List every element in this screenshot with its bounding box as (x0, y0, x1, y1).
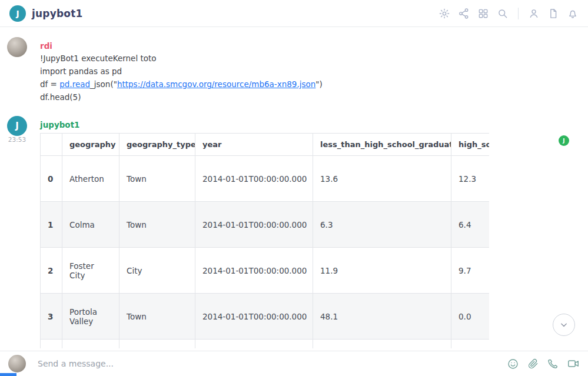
code-text: ") (315, 79, 322, 89)
table-header-cell: less_than_high_school_graduate (313, 134, 451, 156)
message-line: df.head(5) (40, 91, 323, 104)
table-cell: 0.0 (451, 294, 490, 340)
apps-grid-icon[interactable] (477, 8, 489, 19)
user-avatar[interactable] (7, 37, 27, 57)
table-cell: 2014-01-01T00:00:00.000 (195, 202, 313, 248)
table-header-cell (41, 134, 62, 156)
table-cell: 2014-01-01T00:00:00.000 (195, 156, 313, 202)
table-cell: 2014-01-01T00:00:00.000 (195, 294, 313, 340)
scroll-to-bottom-button[interactable] (553, 314, 575, 336)
message-username[interactable]: jupybot1 (40, 119, 80, 131)
table-cell: Atherton (62, 156, 119, 202)
composer-actions (507, 357, 580, 370)
bottom-left-blue-strip (0, 373, 16, 376)
table-cell: 13.6 (313, 156, 451, 202)
channel-title: jupybot1 (32, 8, 83, 19)
dataframe-table: geography geography_type year less_than_… (40, 133, 489, 348)
table-row: 3 Portola Valley Town 2014-01-01T00:00:0… (41, 294, 490, 340)
message-timestamp: 23:53 (5, 136, 29, 143)
table-cell: Town (119, 294, 195, 340)
document-icon[interactable] (547, 8, 559, 19)
settings-icon[interactable] (438, 8, 450, 19)
table-cell: 12.3 (451, 156, 490, 202)
message-line: import pandas as pd (40, 65, 323, 78)
table-cell (195, 340, 313, 349)
table-index-cell: 2 (41, 248, 62, 294)
table-header-cell: high_sc (451, 134, 490, 156)
share-icon[interactable] (458, 8, 470, 19)
message-line: !JupyBot1 executeKernel toto (40, 52, 323, 65)
table-header-row: geography geography_type year less_than_… (41, 134, 490, 156)
search-icon[interactable] (497, 8, 509, 19)
table-cell: 6.3 (313, 202, 451, 248)
table-index-cell (41, 340, 62, 349)
code-text: df = (40, 79, 59, 89)
table-cell (313, 340, 451, 349)
table-cell: 6.4 (451, 202, 490, 248)
message-line: df = pd.read_json("https://data.smcgov.o… (40, 78, 323, 91)
account-icon[interactable] (528, 8, 540, 19)
table-index-cell: 3 (41, 294, 62, 340)
bot-avatar-letter: J (15, 121, 19, 131)
table-row: 2 Foster City City 2014-01-01T00:00:00.0… (41, 248, 490, 294)
table-index-cell: 0 (41, 156, 62, 202)
table-index-cell: 1 (41, 202, 62, 248)
channel-avatar-letter: J (16, 9, 19, 18)
notifications-icon[interactable] (567, 8, 579, 19)
table-cell: Portola Valley (62, 294, 119, 340)
table-cell (451, 340, 490, 349)
table-row: 1 Colma Town 2014-01-01T00:00:00.000 6.3… (41, 202, 490, 248)
header: J jupybot1 (0, 0, 588, 27)
video-icon[interactable] (567, 357, 580, 370)
message-input[interactable] (36, 358, 507, 369)
table-header-cell: year (195, 134, 313, 156)
table-cell: City (119, 248, 195, 294)
chat-app-window: J jupybot1 (0, 0, 588, 376)
current-user-avatar[interactable] (8, 355, 26, 372)
table-row-clipped (41, 340, 490, 349)
channel-avatar[interactable]: J (9, 5, 26, 22)
emoji-icon[interactable] (507, 358, 519, 370)
table-cell (119, 340, 195, 349)
code-text: _json(" (90, 79, 117, 89)
message-composer (0, 351, 588, 376)
header-actions (438, 8, 579, 19)
pd-read-link[interactable]: pd.read (59, 79, 90, 89)
header-divider (518, 8, 519, 19)
table-cell: 2014-01-01T00:00:00.000 (195, 248, 313, 294)
message-username[interactable]: rdi (40, 40, 323, 52)
table-cell: Colma (62, 202, 119, 248)
table-header-cell: geography_type (119, 134, 195, 156)
table-cell: Foster City (62, 248, 119, 294)
chevron-down-icon (558, 319, 570, 331)
call-icon[interactable] (547, 358, 559, 370)
new-message-indicator-badge: J (559, 135, 569, 146)
table-row: 0 Atherton Town 2014-01-01T00:00:00.000 … (41, 156, 490, 202)
table-cell: 9.7 (451, 248, 490, 294)
dataframe-table-container[interactable]: geography geography_type year less_than_… (40, 133, 489, 348)
message-content: rdi !JupyBot1 executeKernel toto import … (40, 40, 323, 104)
table-cell: 48.1 (313, 294, 451, 340)
table-cell: 11.9 (313, 248, 451, 294)
table-cell (62, 340, 119, 349)
table-header-cell: geography (62, 134, 119, 156)
dataset-url-link[interactable]: https://data.smcgov.org/resource/mb6a-xn… (117, 79, 315, 89)
attach-icon[interactable] (527, 358, 539, 370)
bot-avatar[interactable]: J (7, 116, 27, 136)
table-cell: Town (119, 156, 195, 202)
table-cell: Town (119, 202, 195, 248)
